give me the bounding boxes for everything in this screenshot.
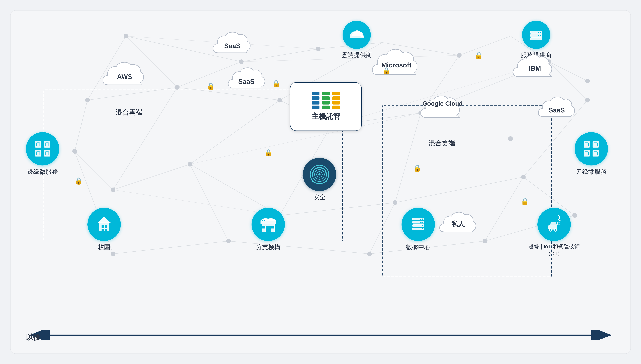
lock-2: 🔒 (272, 80, 280, 88)
svg-rect-121 (592, 141, 599, 148)
datacenter-icon (402, 208, 435, 241)
svg-line-28 (395, 177, 523, 202)
svg-point-116 (422, 222, 423, 223)
svg-line-33 (113, 241, 228, 254)
svg-point-76 (540, 32, 541, 33)
svg-marker-98 (97, 217, 111, 223)
svg-point-54 (175, 85, 179, 90)
svg-point-66 (521, 175, 526, 179)
svg-rect-88 (44, 150, 50, 156)
svg-rect-87 (35, 150, 41, 156)
svg-point-61 (508, 136, 513, 141)
hosting-node: 主機託管 (290, 82, 362, 131)
lock-3: 🔒 (382, 67, 391, 75)
security-icon (303, 158, 336, 191)
svg-point-71 (483, 239, 487, 243)
branch-label: 分支機構 (256, 243, 280, 251)
lock-6: 🔒 (264, 149, 273, 157)
lock-5: 🔒 (75, 177, 83, 185)
svg-point-50 (316, 46, 320, 51)
lock-1: 🔒 (207, 82, 215, 90)
svg-point-48 (124, 34, 128, 38)
branch-icon (251, 208, 285, 241)
google-cloud-label: Google Cloud (418, 100, 467, 108)
saas-mid-left-node: SaaS (226, 66, 267, 92)
svg-point-137 (559, 220, 560, 221)
bottom-arrow-container: 以後 (26, 330, 615, 341)
saas-right-label: SaaS (548, 106, 565, 114)
lock-4: 🔒 (475, 52, 483, 59)
svg-line-38 (485, 177, 523, 241)
aws-node: AWS (100, 59, 149, 90)
svg-line-27 (395, 113, 421, 202)
hybrid-cloud-left: 混合雲端 (116, 108, 142, 117)
svg-line-36 (370, 202, 395, 254)
edge-iot-node: 邊緣 | IoT 和營運技術 (OT) (523, 208, 585, 257)
cloud-provider-node: 雲端提供商 (341, 21, 372, 59)
svg-point-79 (538, 35, 539, 36)
edge-iot-label: 邊緣 | IoT 和營運技術 (OT) (523, 243, 585, 257)
hybrid-cloud-right: 混合雲端 (428, 138, 455, 148)
edge-iot-icon (537, 208, 571, 241)
security-label: 安全 (313, 193, 326, 201)
edge-micro-left-label: 邊緣微服務 (27, 168, 58, 176)
svg-point-63 (111, 188, 115, 192)
svg-point-115 (420, 218, 422, 220)
svg-point-78 (540, 35, 541, 36)
private-label: 私人 (437, 220, 478, 228)
svg-rect-100 (105, 225, 107, 228)
svg-rect-108 (262, 220, 263, 221)
ibm-node: IBM (510, 52, 559, 81)
cloud-provider-icon (343, 21, 371, 49)
service-provider-icon (522, 21, 550, 49)
svg-point-59 (188, 162, 192, 166)
saas-right-node: SaaS (536, 95, 577, 121)
svg-rect-105 (266, 226, 271, 232)
campus-node: 校園 (87, 208, 121, 251)
svg-point-119 (422, 228, 423, 230)
svg-rect-123 (592, 150, 599, 156)
edge-micro-right-icon (575, 132, 608, 166)
datacenter-node: 數據中心 私人 (402, 208, 478, 251)
edge-micro-right-label: 刀鋒微服務 (576, 168, 607, 176)
hosting-label: 主機託管 (311, 112, 340, 122)
svg-point-114 (422, 218, 423, 220)
svg-rect-102 (105, 228, 107, 232)
lock-8: 🔒 (521, 198, 529, 205)
saas-top-label: SaaS (224, 42, 240, 50)
svg-point-58 (72, 149, 77, 154)
svg-line-6 (459, 36, 510, 55)
svg-line-35 (228, 241, 370, 254)
svg-line-19 (75, 100, 87, 152)
svg-point-53 (85, 98, 90, 102)
svg-point-117 (420, 222, 422, 223)
svg-rect-104 (260, 220, 276, 224)
svg-rect-85 (35, 141, 41, 148)
campus-icon (87, 208, 121, 241)
svg-point-65 (393, 200, 397, 205)
svg-line-22 (113, 164, 190, 190)
svg-rect-120 (583, 141, 590, 148)
svg-rect-139 (558, 222, 560, 224)
edge-micro-left-node: 邊緣微服務 (26, 132, 59, 176)
svg-rect-122 (583, 150, 590, 156)
svg-rect-107 (271, 226, 274, 228)
svg-point-84 (318, 174, 320, 176)
google-cloud-node: Google Cloud (418, 92, 467, 122)
main-diagram-container: 雲端提供商 SaaS 服務提供商 AWS (10, 10, 631, 354)
svg-point-70 (367, 252, 372, 256)
svg-point-49 (239, 60, 244, 64)
svg-point-136 (555, 229, 556, 231)
cloud-provider-label: 雲端提供商 (341, 51, 372, 59)
microsoft-node: Microsoft (370, 46, 423, 80)
edge-micro-left-icon (26, 132, 59, 166)
svg-rect-106 (262, 226, 265, 228)
svg-rect-86 (44, 141, 50, 148)
svg-point-57 (585, 79, 590, 83)
svg-point-77 (538, 32, 539, 33)
svg-point-135 (549, 229, 551, 231)
svg-point-69 (226, 239, 231, 243)
saas-mid-left-label: SaaS (238, 78, 254, 85)
lock-7: 🔒 (413, 164, 421, 172)
branch-node: 分支機構 (251, 208, 285, 251)
